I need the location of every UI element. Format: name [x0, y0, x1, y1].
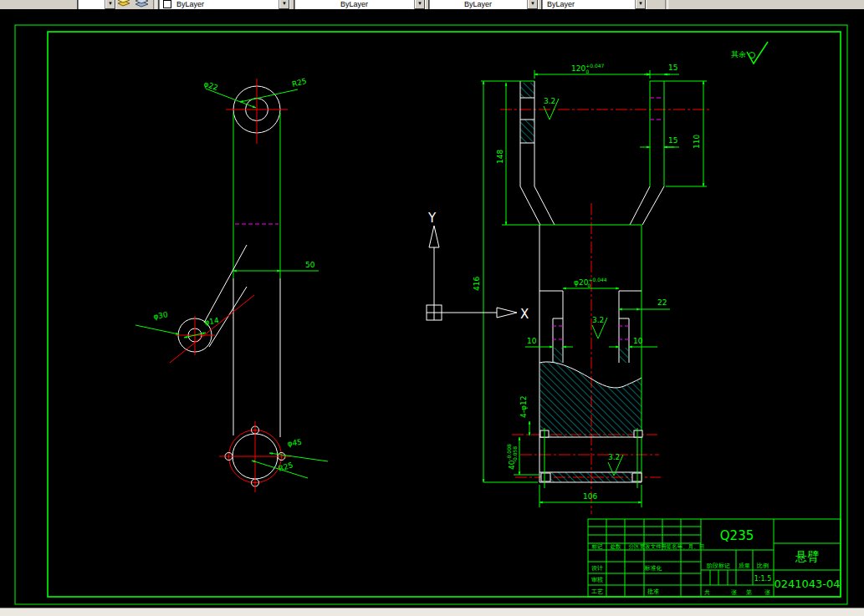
- label-date: 年、月、日: [677, 543, 705, 550]
- label-mass: 质量: [739, 563, 750, 569]
- lineweight-value: ByLayer: [429, 0, 527, 8]
- plate-hole: [541, 473, 550, 481]
- combo-stub-value: [78, 0, 105, 4]
- dim-148: 148: [496, 150, 504, 164]
- roughness-value: 3.2: [592, 316, 604, 324]
- label-scale: 比例: [757, 563, 769, 569]
- label-sheet-total: 共: [704, 589, 710, 596]
- dim-22: 22: [657, 298, 667, 307]
- rest-note-text: 其余: [731, 50, 746, 59]
- layer-color-combo[interactable]: ByLayer ▼: [158, 0, 290, 9]
- label-sheet-no: 第: [746, 589, 752, 596]
- dim-15-top: 15: [668, 64, 677, 72]
- label-mark: 标记: [591, 543, 604, 550]
- linetype-value: ByLayer: [294, 0, 414, 8]
- command-line-edge: [0, 608, 864, 616]
- color-swatch: [163, 0, 171, 8]
- label-approve: 批准: [647, 588, 659, 595]
- drawing-canvas[interactable]: 50 φ22 R25 φ30 φ14 φ45 R25: [0, 0, 864, 616]
- chevron-down-icon[interactable]: ▼: [279, 0, 289, 9]
- dim-10-left: 10: [527, 337, 537, 345]
- label-sheet-unit1: 张: [731, 589, 737, 596]
- section-hatch: [520, 83, 534, 98]
- label-stage-mark: 阶段标记: [707, 563, 730, 569]
- toolbar-separator: [665, 0, 668, 9]
- plate-hatch: [539, 472, 642, 482]
- label-zone: 分区: [629, 543, 641, 550]
- upper-plate-hole: [634, 430, 642, 437]
- toolbar: ▼ ByLayer ▼ ByLayer ▼ ByLayer ▼ ByLayer …: [0, 0, 864, 9]
- part-name: 悬臂: [795, 550, 819, 563]
- roughness-value: 3.2: [608, 453, 620, 461]
- make-object-layer-current-icon[interactable]: [116, 0, 131, 9]
- layer-color-value: ByLayer: [171, 0, 279, 8]
- lineweight-combo[interactable]: ByLayer ▼: [428, 0, 539, 9]
- label-count: 处数: [611, 543, 622, 550]
- plotstyle-combo[interactable]: ByLayer ▼: [541, 0, 647, 9]
- section-hatch: [553, 348, 563, 363]
- chevron-down-icon[interactable]: ▼: [635, 0, 646, 9]
- label-sheet-unit2: 张: [764, 589, 770, 596]
- dim-15-mid: 15: [668, 136, 677, 145]
- toolbar-separator: [153, 0, 156, 9]
- dim-holes: 4-φ12: [519, 396, 528, 418]
- scale-value: 1:1.5: [754, 575, 772, 583]
- toolbar-combo-stub[interactable]: ▼: [77, 0, 116, 9]
- linetype-combo[interactable]: ByLayer ▼: [294, 0, 426, 9]
- chevron-down-icon[interactable]: ▼: [105, 0, 115, 9]
- section-hatch: [619, 348, 629, 363]
- chevron-down-icon[interactable]: ▼: [527, 0, 538, 9]
- layer-previous-icon[interactable]: [134, 0, 149, 9]
- label-standardization: 标准化: [644, 565, 662, 572]
- dim-10-right: 10: [633, 337, 643, 345]
- chevron-down-icon[interactable]: ▼: [414, 0, 425, 9]
- drawing-number: 0241043-04: [774, 578, 840, 590]
- ucs-x-label: X: [520, 307, 529, 322]
- dim-416: 416: [473, 277, 481, 291]
- roughness-value: 3.2: [544, 97, 555, 105]
- label-design: 设计: [591, 565, 603, 572]
- model-space-background[interactable]: [0, 9, 864, 608]
- material-value: Q235: [720, 528, 754, 543]
- label-signature: 签名: [667, 543, 677, 550]
- dim-40: 40-0.008-0.058: [506, 444, 518, 470]
- dim-106: 106: [583, 492, 597, 501]
- label-process: 工艺: [591, 588, 603, 595]
- ucs-y-label: Y: [427, 211, 437, 226]
- dim-50: 50: [305, 261, 315, 269]
- label-check: 审核: [591, 577, 603, 583]
- section-hatch: [520, 120, 534, 143]
- dim-110: 110: [693, 135, 701, 149]
- plotstyle-value: ByLayer: [542, 0, 635, 8]
- label-change-file: 更改文件号: [640, 543, 667, 550]
